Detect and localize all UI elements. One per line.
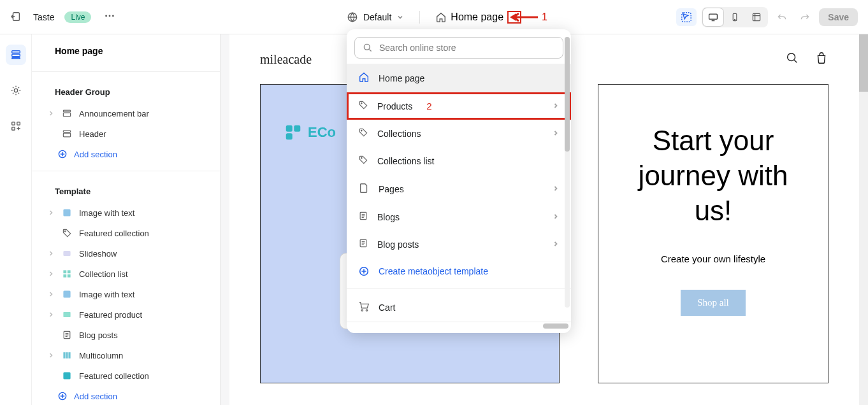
svg-rect-19 <box>63 131 70 132</box>
section-label: Slideshow <box>79 249 117 259</box>
popover-item-home-page[interactable]: Home page <box>347 64 571 92</box>
tag-icon <box>358 100 368 112</box>
desktop-view-button[interactable] <box>703 8 723 26</box>
left-rail <box>0 34 32 405</box>
add-section-label: Add section <box>74 392 117 401</box>
tag-icon <box>61 227 73 239</box>
chevron-down-icon <box>396 13 404 21</box>
section-row[interactable]: Featured product <box>36 304 216 325</box>
add-section-label: Add section <box>74 150 117 159</box>
section-label: Featured collection <box>79 229 149 238</box>
undo-button[interactable] <box>773 8 791 26</box>
slide-icon <box>61 248 73 259</box>
section-label: Blog posts <box>79 330 118 340</box>
chevron-right-icon <box>47 311 55 318</box>
section-row[interactable]: Featured collection <box>36 223 216 243</box>
section-row[interactable]: Header <box>36 124 216 144</box>
eco-brand-text: ECo <box>308 124 336 141</box>
annotation-number-1: 1 <box>542 11 547 23</box>
device-switcher <box>702 7 768 27</box>
create-metaobject-link[interactable]: Create metaobject template <box>347 258 571 285</box>
add-section-template[interactable]: Add section <box>32 386 220 405</box>
svg-rect-33 <box>66 352 68 359</box>
sidebar: Home page Header Group Announcement barH… <box>32 34 221 405</box>
popover-item-collections[interactable]: Collections <box>347 120 571 147</box>
popover-item-label: Blog posts <box>377 239 419 250</box>
svg-point-41 <box>364 44 370 50</box>
annotation-arrow-1: 1 <box>510 11 547 23</box>
group-header-header: Header Group <box>32 78 220 103</box>
eco-brand-logo: ECo <box>284 123 336 142</box>
svg-rect-30 <box>63 312 70 317</box>
section-row[interactable]: Multicolumn <box>36 345 216 366</box>
popover-item-collections-list[interactable]: Collections list <box>347 147 571 174</box>
svg-rect-11 <box>11 54 20 57</box>
site-header-icons <box>785 51 828 68</box>
layout-icon <box>61 108 73 119</box>
search-input[interactable] <box>379 43 555 53</box>
svg-rect-34 <box>68 352 70 359</box>
popover-item-pages[interactable]: Pages <box>347 174 571 203</box>
popover-item-products[interactable]: Products2 <box>347 92 571 120</box>
popover-item-label: Products <box>377 101 412 111</box>
section-label: Image with text <box>79 290 134 299</box>
popover-item-label: Home page <box>379 73 424 83</box>
topbar-center: Default Home page <box>347 11 521 24</box>
cart-icon[interactable] <box>814 51 828 68</box>
popover-item-blog-posts[interactable]: Blog posts <box>347 231 571 258</box>
page-selector[interactable]: Home page <box>435 11 521 24</box>
section-label: Image with text <box>79 208 134 218</box>
search-icon[interactable] <box>785 51 799 68</box>
redo-button[interactable] <box>796 8 814 26</box>
svg-rect-6 <box>709 14 718 19</box>
shop-all-button[interactable]: Shop all <box>681 290 746 316</box>
topbar-right: Save <box>676 7 858 27</box>
language-selector[interactable]: Default <box>347 11 404 23</box>
canvas-scrollbar[interactable] <box>859 34 868 405</box>
popover-h-scrollbar[interactable] <box>347 322 571 330</box>
hero-title: Start your journey with us! <box>618 123 809 228</box>
tag-icon <box>358 127 368 139</box>
section-row[interactable]: Image with text <box>36 202 216 223</box>
popover-footer-items: Cart <box>347 293 571 322</box>
svg-rect-22 <box>63 209 70 216</box>
section-row[interactable]: Announcement bar <box>36 103 216 124</box>
popover-item-blogs[interactable]: Blogs <box>347 203 571 231</box>
settings-rail-button[interactable] <box>6 80 26 101</box>
svg-rect-28 <box>68 274 71 278</box>
section-row[interactable]: Image with text <box>36 284 216 304</box>
exit-icon[interactable] <box>10 11 23 24</box>
fullscreen-view-button[interactable] <box>746 8 767 26</box>
chevron-right-icon <box>552 184 560 194</box>
svg-rect-12 <box>11 58 20 59</box>
popover-scrollbar[interactable] <box>565 37 570 308</box>
more-menu-button[interactable] <box>101 8 118 27</box>
apps-rail-button[interactable] <box>6 116 26 136</box>
svg-rect-14 <box>11 122 15 125</box>
page-label: Home page <box>451 11 503 23</box>
chevron-right-icon <box>47 250 55 257</box>
chevron-right-icon <box>47 352 55 359</box>
svg-point-43 <box>361 130 362 131</box>
image-icon <box>61 207 73 218</box>
sections-rail-button[interactable] <box>6 45 26 65</box>
section-row[interactable]: Featured collection <box>36 366 216 386</box>
section-row[interactable]: Blog posts <box>36 325 216 345</box>
divider <box>32 171 220 171</box>
svg-rect-16 <box>11 127 15 131</box>
svg-rect-20 <box>63 133 70 137</box>
section-row[interactable]: Collection list <box>36 264 216 284</box>
chevron-right-icon <box>47 290 55 298</box>
save-button[interactable]: Save <box>819 8 858 26</box>
popover-items: Home pageProducts2CollectionsCollections… <box>347 64 571 258</box>
inspector-button[interactable] <box>676 8 697 26</box>
section-label: Header <box>79 129 106 139</box>
add-section-header[interactable]: Add section <box>32 144 220 164</box>
section-label: Multicolumn <box>79 351 123 360</box>
svg-rect-25 <box>63 270 66 273</box>
popover-item-cart[interactable]: Cart <box>347 293 571 322</box>
mobile-view-button[interactable] <box>725 8 745 26</box>
section-row[interactable]: Slideshow <box>36 243 216 264</box>
popover-search[interactable] <box>354 37 563 59</box>
grid-icon <box>61 268 73 280</box>
